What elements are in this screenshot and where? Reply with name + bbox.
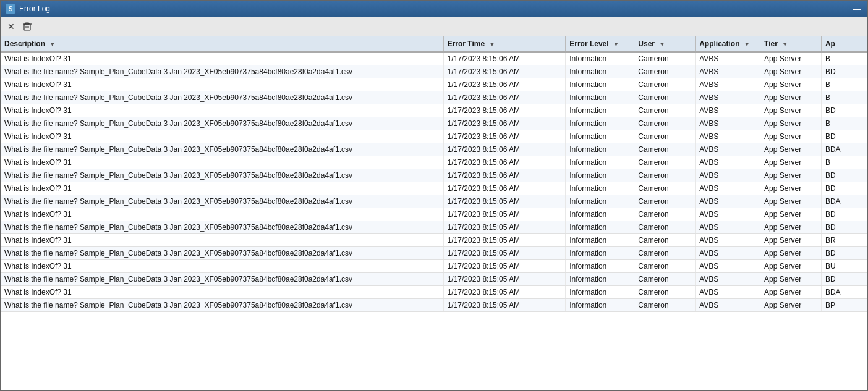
table-row[interactable]: What is the file name? Sample_Plan_CubeD…	[1, 65, 867, 78]
cell-tier: App Server	[760, 117, 822, 130]
col-header-error-level[interactable]: Error Level ▼	[566, 36, 634, 52]
table-row[interactable]: What is the file name? Sample_Plan_CubeD…	[1, 91, 867, 104]
cell-error_level: Information	[566, 260, 634, 273]
cell-user: Cameron	[634, 260, 696, 273]
cell-tier: App Server	[760, 273, 822, 286]
cell-description: What is the file name? Sample_Plan_CubeD…	[1, 169, 443, 182]
error-log-window: S Error Log — ✕ Description	[0, 0, 868, 391]
table-row[interactable]: What is the file name? Sample_Plan_CubeD…	[1, 169, 867, 182]
cell-application: AVBS	[696, 130, 760, 143]
cell-app: BD	[821, 169, 867, 182]
window-title: Error Log	[19, 4, 50, 13]
col-header-app[interactable]: Ap	[821, 36, 867, 52]
cell-application: AVBS	[696, 221, 760, 234]
error-log-table: Description ▼ Error Time ▼ Error Level ▼…	[1, 36, 867, 312]
cell-user: Cameron	[634, 182, 696, 195]
cell-tier: App Server	[760, 247, 822, 260]
cell-description: What is IndexOf? 31	[1, 52, 443, 65]
cell-description: What is IndexOf? 31	[1, 130, 443, 143]
filter-icon-user[interactable]: ▼	[659, 41, 665, 48]
cell-app: BDA	[821, 143, 867, 156]
filter-icon-error-time[interactable]: ▼	[489, 41, 495, 48]
filter-icon-error-level[interactable]: ▼	[613, 41, 619, 48]
cell-user: Cameron	[634, 91, 696, 104]
cell-application: AVBS	[696, 65, 760, 78]
toolbar: ✕	[1, 17, 867, 36]
svg-rect-2	[25, 23, 29, 24]
cell-error_time: 1/17/2023 8:15:06 AM	[443, 65, 566, 78]
cell-application: AVBS	[696, 78, 760, 91]
table-container[interactable]: Description ▼ Error Time ▼ Error Level ▼…	[1, 36, 867, 390]
cell-error_level: Information	[566, 169, 634, 182]
cell-application: AVBS	[696, 234, 760, 247]
filter-icon-description[interactable]: ▼	[49, 41, 55, 48]
col-header-error-time[interactable]: Error Time ▼	[443, 36, 566, 52]
table-row[interactable]: What is the file name? Sample_Plan_CubeD…	[1, 143, 867, 156]
table-row[interactable]: What is IndexOf? 311/17/2023 8:15:06 AMI…	[1, 182, 867, 195]
table-row[interactable]: What is IndexOf? 311/17/2023 8:15:06 AMI…	[1, 104, 867, 117]
cell-error_time: 1/17/2023 8:15:05 AM	[443, 221, 566, 234]
table-row[interactable]: What is the file name? Sample_Plan_CubeD…	[1, 195, 867, 208]
col-header-tier[interactable]: Tier ▼	[760, 36, 822, 52]
close-button[interactable]: ✕	[4, 20, 18, 33]
col-header-application[interactable]: Application ▼	[696, 36, 760, 52]
cell-tier: App Server	[760, 299, 822, 312]
title-bar: S Error Log —	[1, 1, 867, 17]
cell-app: BD	[821, 247, 867, 260]
cell-app: BDA	[821, 286, 867, 299]
delete-button[interactable]	[20, 20, 34, 33]
table-row[interactable]: What is IndexOf? 311/17/2023 8:15:05 AMI…	[1, 260, 867, 273]
cell-app: BD	[821, 273, 867, 286]
cell-app: BD	[821, 182, 867, 195]
cell-description: What is IndexOf? 31	[1, 182, 443, 195]
cell-error_time: 1/17/2023 8:15:05 AM	[443, 299, 566, 312]
cell-app: BD	[821, 130, 867, 143]
cell-description: What is the file name? Sample_Plan_CubeD…	[1, 65, 443, 78]
table-header: Description ▼ Error Time ▼ Error Level ▼…	[1, 36, 867, 52]
table-row[interactable]: What is IndexOf? 311/17/2023 8:15:05 AMI…	[1, 234, 867, 247]
cell-application: AVBS	[696, 52, 760, 65]
table-row[interactable]: What is the file name? Sample_Plan_CubeD…	[1, 299, 867, 312]
cell-description: What is the file name? Sample_Plan_CubeD…	[1, 195, 443, 208]
cell-tier: App Server	[760, 182, 822, 195]
cell-description: What is IndexOf? 31	[1, 286, 443, 299]
cell-application: AVBS	[696, 91, 760, 104]
filter-icon-application[interactable]: ▼	[744, 41, 750, 48]
cell-error_time: 1/17/2023 8:15:05 AM	[443, 208, 566, 221]
cell-app: BDA	[821, 195, 867, 208]
cell-application: AVBS	[696, 169, 760, 182]
col-header-user[interactable]: User ▼	[634, 36, 696, 52]
cell-tier: App Server	[760, 65, 822, 78]
cell-error_level: Information	[566, 78, 634, 91]
cell-application: AVBS	[696, 143, 760, 156]
cell-application: AVBS	[696, 156, 760, 169]
col-header-description[interactable]: Description ▼	[1, 36, 443, 52]
cell-error_level: Information	[566, 52, 634, 65]
cell-tier: App Server	[760, 130, 822, 143]
table-row[interactable]: What is the file name? Sample_Plan_CubeD…	[1, 221, 867, 234]
cell-description: What is IndexOf? 31	[1, 260, 443, 273]
cell-description: What is the file name? Sample_Plan_CubeD…	[1, 91, 443, 104]
cell-application: AVBS	[696, 117, 760, 130]
table-row[interactable]: What is the file name? Sample_Plan_CubeD…	[1, 273, 867, 286]
cell-application: AVBS	[696, 273, 760, 286]
minimize-button[interactable]: —	[851, 3, 862, 14]
table-row[interactable]: What is the file name? Sample_Plan_CubeD…	[1, 247, 867, 260]
cell-tier: App Server	[760, 52, 822, 65]
filter-icon-tier[interactable]: ▼	[782, 41, 788, 48]
table-row[interactable]: What is IndexOf? 311/17/2023 8:15:06 AMI…	[1, 156, 867, 169]
table-row[interactable]: What is IndexOf? 311/17/2023 8:15:06 AMI…	[1, 52, 867, 65]
table-row[interactable]: What is the file name? Sample_Plan_CubeD…	[1, 117, 867, 130]
table-row[interactable]: What is IndexOf? 311/17/2023 8:15:06 AMI…	[1, 130, 867, 143]
cell-app: B	[821, 91, 867, 104]
table-row[interactable]: What is IndexOf? 311/17/2023 8:15:05 AMI…	[1, 208, 867, 221]
cell-app: B	[821, 117, 867, 130]
cell-tier: App Server	[760, 78, 822, 91]
cell-user: Cameron	[634, 65, 696, 78]
cell-app: BR	[821, 234, 867, 247]
cell-application: AVBS	[696, 195, 760, 208]
cell-tier: App Server	[760, 169, 822, 182]
cell-error_level: Information	[566, 65, 634, 78]
table-row[interactable]: What is IndexOf? 311/17/2023 8:15:05 AMI…	[1, 286, 867, 299]
table-row[interactable]: What is IndexOf? 311/17/2023 8:15:06 AMI…	[1, 78, 867, 91]
